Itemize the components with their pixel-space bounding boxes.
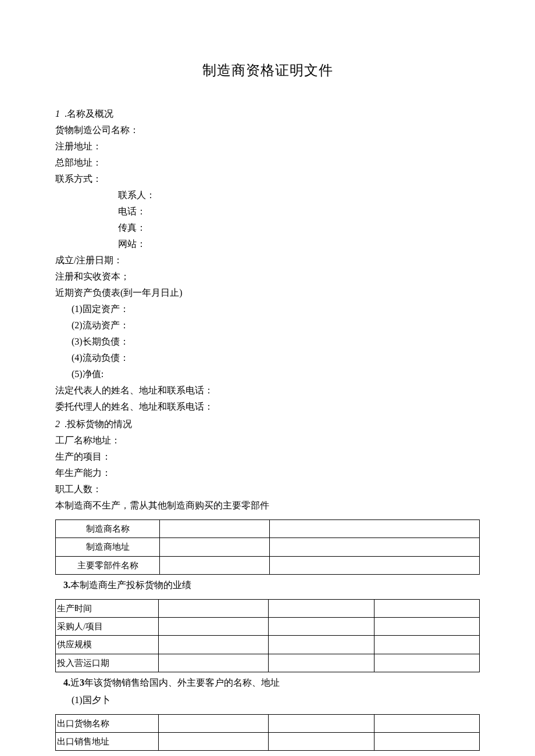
table-row: 出口销售地址 [56, 733, 480, 751]
field-hq-address: 总部地址： [55, 155, 480, 171]
table-row: 生产时间 [56, 599, 480, 617]
field-contact-person: 联系人： [55, 187, 480, 203]
cell-empty [374, 733, 480, 751]
field-reg-address: 注册地址： [55, 138, 480, 155]
cell-export-goods-label: 出口货物名称 [56, 714, 159, 732]
cell-part-name-label: 主要零部件名称 [56, 556, 160, 574]
cell-empty [269, 636, 374, 654]
section-4-title-num: 3 [80, 678, 84, 687]
field-net-value: (5)净值: [55, 366, 480, 382]
field-current-assets: (2)流动资产： [55, 317, 480, 334]
table-outsource-parts: 制造商名称 制造商地址 主要零部件名称 [55, 519, 480, 575]
cell-empty [159, 654, 269, 672]
cell-purchaser-label: 采购人/项目 [56, 618, 159, 636]
field-contact-fax: 传真： [55, 220, 480, 236]
cell-manufacturer-name-label: 制造商名称 [56, 520, 160, 538]
section-1-heading: 1 .名称及概况 [55, 106, 480, 122]
table-row: 投入营运口期 [56, 654, 480, 672]
field-company-name: 货物制造公司名称： [55, 122, 480, 138]
field-capital: 注册和实收资本； [55, 268, 480, 285]
cell-empty [270, 556, 480, 574]
cell-empty [270, 538, 480, 556]
field-factory: 工厂名称地址： [55, 432, 480, 449]
table-row: 出口货物名称 [56, 714, 480, 732]
cell-empty [270, 520, 480, 538]
section-4-sub-1: (1)国夕卜 [55, 692, 480, 708]
cell-empty [160, 556, 270, 574]
section-1-number: 1 [55, 109, 60, 119]
cell-empty [269, 654, 374, 672]
cell-empty [269, 733, 374, 751]
section-4-title-b: 年该货物销售给国内、外主要客户的名称、地址 [84, 678, 280, 687]
cell-manufacturer-addr-label: 制造商地址 [56, 538, 160, 556]
table-foreign-customers: 出口货物名称 出口销售地址 [55, 714, 480, 751]
cell-empty [269, 599, 374, 617]
cell-empty [374, 599, 480, 617]
section-4-number: 4. [63, 678, 70, 687]
field-annual-capacity: 年生产能力： [55, 465, 480, 481]
field-contact: 联系方式： [55, 171, 480, 187]
cell-empty [159, 618, 269, 636]
cell-empty [159, 714, 269, 732]
cell-empty [374, 714, 480, 732]
section-4-title-a: 近 [70, 678, 80, 687]
field-current-liab: (4)流动负债： [55, 350, 480, 366]
field-staff-count: 职工人数： [55, 481, 480, 497]
field-balance-sheet: 近期资产负债表(到一年月日止) [55, 285, 480, 301]
field-agent: 委托代理人的姓名、地址和联系电话： [55, 399, 480, 415]
table-row: 采购人/项目 [56, 618, 480, 636]
table-row: 制造商名称 [56, 520, 480, 538]
field-longterm-liab: (3)长期负债： [55, 334, 480, 350]
cell-empty [159, 599, 269, 617]
cell-empty [160, 520, 270, 538]
section-2-title: 投标货物的情况 [67, 419, 132, 429]
field-establish-date: 成立/注册日期： [55, 252, 480, 268]
section-2-dot: . [62, 419, 67, 429]
section-2-number: 2 [55, 419, 60, 429]
page-title: 制造商资格证明文件 [55, 58, 480, 83]
cell-empty [269, 618, 374, 636]
cell-empty [374, 618, 480, 636]
section-2-heading: 2 .投标货物的情况 [55, 416, 480, 432]
field-contact-phone: 电话： [55, 203, 480, 220]
section-3-heading: 3.本制造商生产投标货物的业绩 [55, 577, 480, 593]
cell-supply-scale-label: 供应规模 [56, 636, 159, 654]
cell-empty [269, 714, 374, 732]
cell-export-addr-label: 出口销售地址 [56, 733, 159, 751]
section-1-dot: . [62, 109, 67, 119]
cell-empty [374, 636, 480, 654]
cell-empty [159, 733, 269, 751]
section-3-title: 本制造商生产投标货物的业绩 [70, 580, 191, 590]
field-outsource-note: 本制造商不生产，需从其他制造商购买的主要零部件 [55, 497, 480, 514]
section-1-title: 名称及概况 [67, 109, 113, 119]
table-performance: 生产时间 采购人/项目 供应规模 投入营运口期 [55, 599, 480, 672]
table-row: 主要零部件名称 [56, 556, 480, 574]
table-row: 供应规模 [56, 636, 480, 654]
section-4-heading: 4.近3年该货物销售给国内、外主要客户的名称、地址 [55, 675, 480, 691]
cell-operation-date-label: 投入营运口期 [56, 654, 159, 672]
field-production-project: 生产的项目： [55, 449, 480, 465]
field-legal-rep: 法定代表人的姓名、地址和联系电话： [55, 382, 480, 399]
table-row: 制造商地址 [56, 538, 480, 556]
cell-production-time-label: 生产时间 [56, 599, 159, 617]
cell-empty [374, 654, 480, 672]
field-contact-web: 网站： [55, 236, 480, 252]
section-3-number: 3. [63, 580, 70, 590]
cell-empty [160, 538, 270, 556]
cell-empty [159, 636, 269, 654]
field-fixed-assets: (1)固定资产： [55, 301, 480, 317]
